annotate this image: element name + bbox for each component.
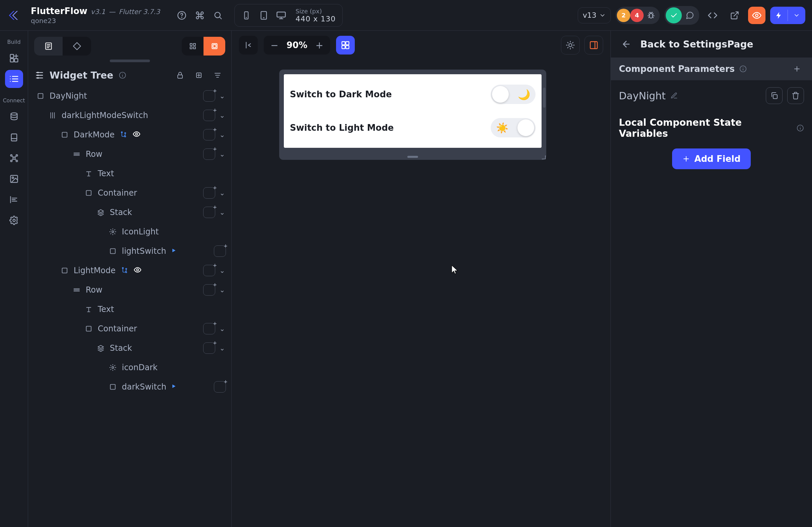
add-child-button[interactable] [203, 129, 215, 140]
info-icon[interactable] [119, 72, 126, 79]
multi-select-button[interactable] [336, 36, 355, 55]
canvas-toolbar: − 90% + [232, 31, 610, 60]
canvas-body[interactable]: Switch to Dark Mode 🌙 Switch to Light Mo… [232, 60, 610, 527]
add-child-button[interactable] [203, 284, 215, 296]
project-version-selector[interactable]: v13 [578, 7, 611, 24]
expand-toggle[interactable]: ⌄ [219, 150, 226, 158]
add-child-button[interactable] [203, 110, 215, 121]
add-child-button[interactable] [214, 381, 226, 393]
device-desktop-button[interactable] [274, 8, 289, 23]
tree-node-text-2[interactable]: Text [28, 300, 231, 319]
expand-toggle[interactable]: ⌄ [219, 208, 226, 216]
tree-node-text[interactable]: Text [28, 164, 231, 183]
animation-icon[interactable] [171, 248, 178, 255]
comments-button[interactable] [682, 7, 698, 24]
scroll-indicator[interactable] [543, 88, 546, 108]
rail-api-button[interactable] [5, 149, 23, 167]
tree-node-container-2[interactable]: Container ⌄ [28, 319, 231, 338]
tree-node-stack-2[interactable]: Stack ⌄ [28, 338, 231, 358]
visibility-icon[interactable] [132, 130, 141, 139]
tree-node-icondark[interactable]: iconDark [28, 358, 231, 377]
expand-toggle[interactable]: ⌄ [219, 189, 226, 197]
tablet-portrait-icon [9, 133, 19, 142]
expand-all-button[interactable] [192, 68, 206, 82]
add-child-button[interactable] [203, 343, 215, 354]
expand-toggle[interactable]: ⌄ [219, 131, 226, 139]
toggle-knob [518, 119, 534, 136]
add-child-button[interactable] [203, 323, 215, 334]
tree-node-darkswitch[interactable]: darkSwitch [28, 377, 231, 396]
segment-components[interactable] [62, 37, 91, 56]
rail-media-button[interactable] [5, 170, 23, 188]
command-palette-button[interactable] [191, 7, 208, 24]
delete-component-button[interactable] [787, 87, 804, 104]
tree-node-row[interactable]: Row ⌄ [28, 145, 231, 164]
resize-handle[interactable] [539, 153, 547, 161]
add-child-button[interactable] [203, 90, 215, 102]
preview-button[interactable] [748, 7, 766, 24]
rail-widget-tree-button[interactable] [5, 70, 23, 88]
rail-datatypes-button[interactable] [5, 129, 23, 147]
light-mode-toggle[interactable]: ☀️ [491, 118, 536, 137]
animation-icon[interactable] [171, 383, 178, 390]
status-ok-button[interactable] [666, 7, 682, 24]
responsive-view-button[interactable] [584, 36, 603, 55]
pencil-icon[interactable] [670, 92, 678, 99]
tree-node-lightswitch[interactable]: lightSwitch [28, 241, 231, 261]
panel-drag-handle[interactable] [110, 60, 150, 62]
rail-custom-code-button[interactable] [5, 191, 23, 209]
add-child-button[interactable] [214, 245, 226, 257]
search-button[interactable] [209, 7, 226, 24]
rail-add-widget-button[interactable] [5, 49, 23, 67]
expand-toggle[interactable]: ⌄ [219, 344, 226, 352]
zoom-in-button[interactable]: + [312, 38, 327, 52]
back-label[interactable]: Back to SettingsPage [640, 39, 753, 50]
expand-toggle[interactable]: ⌄ [219, 325, 226, 333]
device-frame[interactable]: Switch to Dark Mode 🌙 Switch to Light Mo… [279, 70, 546, 160]
add-field-button[interactable]: Add Field [672, 149, 750, 169]
code-view-button[interactable] [704, 7, 721, 24]
segment-pages[interactable] [34, 37, 62, 56]
theme-toggle-button[interactable] [561, 36, 580, 55]
tree-node-daynight[interactable]: DayNight ⌄ [28, 86, 231, 106]
run-button[interactable] [770, 7, 787, 24]
add-child-button[interactable] [203, 149, 215, 160]
sort-button[interactable] [211, 68, 224, 82]
expand-toggle[interactable]: ⌄ [219, 286, 226, 294]
zoom-out-button[interactable]: − [267, 38, 282, 52]
rail-firestore-button[interactable] [5, 108, 23, 126]
device-mobile-button[interactable] [238, 8, 254, 23]
duplicate-component-button[interactable] [766, 87, 783, 104]
info-icon[interactable] [797, 124, 804, 132]
tablet-icon [259, 11, 269, 20]
back-button[interactable] [619, 37, 634, 51]
tree-node-iconlight[interactable]: IconLight [28, 222, 231, 241]
device-tablet-button[interactable] [256, 8, 272, 23]
tree-node-row-2[interactable]: Row ⌄ [28, 280, 231, 300]
issues-badge-group[interactable]: 2 4 [615, 7, 660, 24]
add-child-button[interactable] [203, 265, 215, 276]
lock-button[interactable] [173, 68, 187, 82]
dark-mode-toggle[interactable]: 🌙 [491, 85, 536, 104]
expand-toggle[interactable]: ⌄ [219, 267, 226, 274]
tree-node-container[interactable]: Container ⌄ [28, 183, 231, 202]
tree-node-stack[interactable]: Stack ⌄ [28, 202, 231, 222]
run-dropdown-button[interactable] [788, 7, 805, 24]
add-child-button[interactable] [203, 187, 215, 199]
rail-settings-button[interactable] [5, 211, 23, 229]
add-parameter-button[interactable] [790, 62, 804, 76]
view-mode-grid[interactable] [182, 37, 203, 56]
tree-node-darkmode[interactable]: DarkMode ⌄ [28, 125, 231, 145]
open-external-button[interactable] [726, 7, 743, 24]
help-button[interactable] [173, 7, 190, 24]
view-mode-layers[interactable] [203, 37, 225, 56]
collapse-panel-button[interactable] [239, 36, 258, 55]
tree-node-darklightmodeswitch[interactable]: darkLightModeSwitch ⌄ [28, 106, 231, 125]
add-child-button[interactable] [203, 207, 215, 218]
tree-node-lightmode[interactable]: LightMode ⌄ [28, 261, 231, 280]
app-logo[interactable] [4, 6, 23, 25]
visibility-icon[interactable] [133, 266, 142, 275]
info-icon[interactable] [739, 65, 747, 73]
expand-toggle[interactable]: ⌄ [219, 92, 226, 100]
expand-toggle[interactable]: ⌄ [219, 111, 226, 119]
